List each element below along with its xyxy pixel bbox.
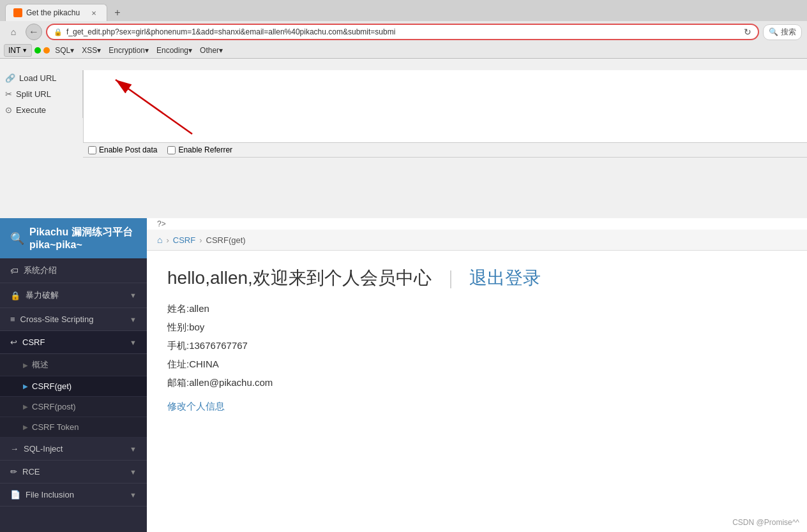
int-label: INT [8,46,20,55]
tab-title: Get the pikachu [26,8,85,17]
sidebar-item-sys-intro[interactable]: 🏷 系统介绍 [0,258,147,283]
traffic-dot-orange [43,47,50,54]
rce-icon: ✏ [10,467,17,477]
file-inclusion-arrow: ▼ [130,491,137,499]
nav-header: 🔍 Pikachu 漏洞练习平台 pika~pika~ [0,218,147,258]
xss-arrow: ▼ [130,316,137,323]
svg-line-1 [116,80,192,134]
sidebar-item-file-inclusion[interactable]: 📄 File Inclusion ▼ [0,484,147,506]
content-body: hello,allen,欢迎来到个人会员中心 ｜ 退出登录 姓名:allen 性… [147,251,807,428]
heading-text: hello,allen,欢迎来到个人会员中心 [167,266,432,290]
xss-menu[interactable]: XSS▾ [79,45,103,56]
traffic-dot-green [34,47,41,54]
other-menu[interactable]: Other▾ [197,45,225,56]
back-button[interactable]: ← [26,24,42,40]
heading-divider: ｜ [442,266,459,290]
sidebar-item-csrf-post[interactable]: ▶ CSRF(post) [0,397,147,417]
breadcrumb: ⌂ › CSRF › CSRF(get) [147,230,807,251]
xss-label: Cross-Site Scripting [20,314,94,324]
csrf-token-tri: ▶ [23,424,28,431]
sidebar-item-xss[interactable]: ≡ Cross-Site Scripting ▼ [0,308,147,331]
csrf-token-label: CSRF Token [32,422,79,432]
csrf-post-label: CSRF(post) [32,402,76,411]
breadcrumb-sep1: › [166,235,169,245]
breadcrumb-current: CSRF(get) [206,235,246,245]
sidebar-item-csrf-token[interactable]: ▶ CSRF Token [0,417,147,438]
edit-info-link[interactable]: 修改个人信息 [167,401,225,413]
csrf-submenu: ▶ 概述 ▶ CSRF(get) ▶ CSRF(post) ▶ CSRF Tok… [0,354,147,438]
burp-content-area [83,70,807,142]
csrf-get-label: CSRF(get) [32,381,72,391]
nav-header-title: Pikachu 漏洞练习平台 pika~pika~ [29,226,137,251]
main-layout: 🔍 Pikachu 漏洞练习平台 pika~pika~ 🏷 系统介绍 🔒 暴力破… [0,218,807,532]
csrf-get-tri: ▶ [23,383,28,390]
breadcrumb-sep2: › [199,235,202,245]
enable-post-checkbox[interactable] [88,146,96,154]
execute-label: Execute [16,105,46,115]
search-bar[interactable]: 🔍 搜索 [763,24,802,40]
sidebar-item-csrf-overview[interactable]: ▶ 概述 [0,354,147,376]
left-nav: 🔍 Pikachu 漏洞练习平台 pika~pika~ 🏷 系统介绍 🔒 暴力破… [0,218,147,532]
file-inclusion-icon: 📄 [10,490,20,499]
field-email: 邮箱:allen@pikachu.com [167,377,787,389]
load-url-button[interactable]: 🔗 Load URL [0,70,82,86]
field-gender: 性别:boy [167,321,787,334]
new-tab-button[interactable]: + [110,5,125,20]
sql-inject-icon: → [10,444,19,454]
enable-referrer-text: Enable Referrer [178,145,232,154]
enable-referrer-label[interactable]: Enable Referrer [167,145,232,154]
int-dropdown[interactable]: INT ▼ [4,44,32,57]
enable-post-label[interactable]: Enable Post data [88,145,157,154]
sql-inject-label: SQL-Inject [24,444,63,454]
lock-icon: 🔒 [54,28,63,36]
dropdown-arrow: ▼ [22,47,27,54]
overview-label: 概述 [32,359,49,371]
load-url-label: Load URL [19,73,57,83]
split-url-button[interactable]: ✂ Split URL [0,86,82,102]
load-url-icon: 🔗 [5,73,15,83]
breadcrumb-home-icon[interactable]: ⌂ [157,235,162,245]
sidebar-item-csrf-get[interactable]: ▶ CSRF(get) [0,376,147,397]
sidebar-item-csrf[interactable]: ↩ CSRF ▼ [0,331,147,354]
encoding-menu[interactable]: Encoding▾ [154,45,195,56]
burp-sidebar: 🔗 Load URL ✂ Split URL ⊙ Execute [0,70,83,118]
post-data-bar: Enable Post data Enable Referrer [83,142,807,158]
sys-intro-label: 系统介绍 [24,265,57,276]
burp-toolbar: INT ▼ SQL▾ XSS▾ Encryption▾ Encoding▾ Ot… [0,43,807,59]
reload-button[interactable]: ↻ [744,27,751,37]
enable-referrer-checkbox[interactable] [167,146,176,154]
xss-icon: ≡ [10,314,15,324]
close-icon[interactable]: × [89,8,99,18]
sql-inject-arrow: ▼ [130,445,137,453]
csrf-icon: ↩ [10,337,17,347]
brute-force-arrow: ▼ [130,292,137,299]
csrf-label: CSRF [22,337,45,347]
logout-link[interactable]: 退出登录 [469,266,541,290]
field-name: 姓名:allen [167,303,787,315]
php-tag: ?> [147,218,807,230]
home-button[interactable]: ⌂ [5,24,22,40]
content-area: ?> ⌂ › CSRF › CSRF(get) hello,allen,欢迎来到… [147,218,807,532]
tab-favicon [13,8,22,17]
sidebar-item-brute-force[interactable]: 🔒 暴力破解 ▼ [0,283,147,308]
sidebar-item-sql-inject[interactable]: → SQL-Inject ▼ [0,438,147,461]
csrf-post-tri: ▶ [23,403,28,410]
nav-header-icon: 🔍 [10,232,24,246]
sys-intro-icon: 🏷 [10,266,19,276]
field-address: 住址:CHINA [167,358,787,371]
sql-menu[interactable]: SQL▾ [52,45,77,56]
brute-force-icon: 🔒 [10,291,20,300]
sidebar-item-rce[interactable]: ✏ RCE ▼ [0,461,147,484]
rce-arrow: ▼ [130,468,137,476]
encryption-menu[interactable]: Encryption▾ [106,45,151,56]
search-icon: 🔍 [769,27,778,36]
rce-label: RCE [22,467,40,477]
execute-button[interactable]: ⊙ Execute [0,102,82,118]
nav-bar: ⌂ ← 🔒 ↻ 🔍 搜索 [0,21,807,43]
url-bar-wrapper: 🔒 ↻ [46,24,759,40]
breadcrumb-csrf-link[interactable]: CSRF [173,235,195,245]
active-tab[interactable]: Get the pikachu × [5,4,107,21]
url-input[interactable] [66,27,740,36]
field-phone: 手机:13676767767 [167,340,787,352]
execute-icon: ⊙ [5,105,12,115]
